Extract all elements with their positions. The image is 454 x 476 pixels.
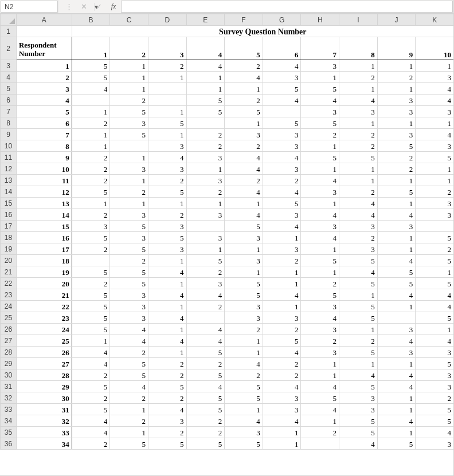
cell[interactable]: 4 — [416, 129, 453, 140]
cell[interactable]: 4 — [72, 427, 110, 438]
row-header[interactable]: 32 — [1, 392, 17, 404]
cell[interactable]: 4 — [377, 381, 416, 392]
cell[interactable]: 4 — [225, 358, 263, 369]
cell[interactable]: 5 — [416, 278, 453, 289]
cell[interactable]: 1 — [72, 129, 110, 140]
cell[interactable]: 5 — [72, 232, 110, 243]
cell[interactable]: 1 — [225, 266, 263, 278]
cell[interactable]: 2 — [225, 369, 263, 381]
respondent-number[interactable]: 13 — [16, 198, 72, 209]
cell[interactable]: 2 — [148, 369, 186, 381]
cell[interactable]: 1 — [225, 83, 263, 95]
cell[interactable]: 5 — [186, 369, 225, 381]
select-all-corner[interactable] — [1, 14, 17, 26]
row-header[interactable]: 36 — [1, 438, 17, 450]
cell[interactable]: 2 — [186, 129, 225, 140]
respondent-number[interactable]: 30 — [16, 392, 72, 404]
cell[interactable]: 5 — [72, 301, 110, 312]
cell[interactable]: 5 — [225, 106, 263, 117]
cell[interactable]: 3 — [377, 324, 416, 335]
col-header-A[interactable]: A — [16, 14, 72, 26]
cell[interactable]: 3 — [377, 347, 416, 358]
cell[interactable]: 5 — [148, 232, 186, 243]
cell[interactable]: 1 — [110, 83, 148, 95]
cell[interactable]: 3 — [301, 106, 339, 117]
cell[interactable]: 5 — [263, 335, 301, 347]
cell[interactable]: 4 — [186, 289, 225, 301]
question-header[interactable]: 6 — [263, 37, 301, 60]
row-header[interactable]: 17 — [1, 221, 17, 232]
cell[interactable]: 1 — [110, 72, 148, 83]
cell[interactable]: 1 — [110, 175, 148, 186]
cell[interactable]: 3 — [301, 301, 339, 312]
cell[interactable]: 5 — [110, 106, 148, 117]
cell[interactable]: 3 — [263, 243, 301, 255]
respondent-number[interactable]: 10 — [16, 163, 72, 175]
cell[interactable]: 1 — [301, 358, 339, 369]
cell[interactable] — [16, 26, 72, 37]
col-header-D[interactable]: D — [148, 14, 186, 26]
cell[interactable]: 2 — [416, 243, 453, 255]
cell[interactable]: 3 — [110, 301, 148, 312]
respondent-number[interactable]: 7 — [16, 129, 72, 140]
cell[interactable]: 1 — [72, 140, 110, 152]
cell[interactable]: 3 — [225, 427, 263, 438]
cell[interactable]: 3 — [148, 221, 186, 232]
cell[interactable]: 4 — [416, 83, 453, 95]
cell[interactable]: 1 — [301, 72, 339, 83]
cell[interactable]: 1 — [377, 83, 416, 95]
cell[interactable]: 2 — [110, 392, 148, 404]
cell[interactable]: 5 — [110, 369, 148, 381]
cell[interactable]: 2 — [186, 427, 225, 438]
cell[interactable]: 5 — [416, 152, 453, 163]
cell[interactable]: 1 — [339, 83, 378, 95]
cell[interactable]: 1 — [225, 117, 263, 129]
cell[interactable]: 1 — [225, 347, 263, 358]
row-header[interactable]: 30 — [1, 369, 17, 381]
cell[interactable]: 1 — [377, 60, 416, 72]
respondent-number[interactable]: 2 — [16, 72, 72, 83]
cell[interactable]: 1 — [72, 198, 110, 209]
cell[interactable]: 3 — [339, 392, 378, 404]
cell[interactable]: 1 — [377, 175, 416, 186]
cell[interactable]: 5 — [416, 232, 453, 243]
cell[interactable]: 4 — [339, 95, 378, 106]
cell[interactable]: 1 — [263, 266, 301, 278]
cell[interactable]: 2 — [186, 358, 225, 369]
cell[interactable]: 5 — [186, 95, 225, 106]
cell[interactable]: 3 — [263, 312, 301, 324]
cell[interactable]: 2 — [148, 209, 186, 221]
cell[interactable]: 1 — [377, 427, 416, 438]
cell[interactable]: 4 — [339, 438, 378, 450]
cell[interactable]: 3 — [301, 221, 339, 232]
cell[interactable]: 3 — [72, 221, 110, 232]
row-header[interactable]: 3 — [1, 60, 17, 72]
cell[interactable]: 4 — [416, 289, 453, 301]
cell[interactable]: 3 — [301, 347, 339, 358]
row-header[interactable]: 6 — [1, 95, 17, 106]
row-header[interactable]: 31 — [1, 381, 17, 392]
cell[interactable]: 4 — [110, 335, 148, 347]
cell[interactable] — [72, 255, 110, 266]
col-header-J[interactable]: J — [377, 14, 416, 26]
row-header[interactable]: 1 — [1, 26, 17, 37]
cell[interactable]: 2 — [186, 415, 225, 427]
cell[interactable] — [186, 117, 225, 129]
cell[interactable]: 5 — [339, 312, 378, 324]
cell[interactable]: 5 — [301, 255, 339, 266]
cell[interactable]: 1 — [148, 255, 186, 266]
cell[interactable]: 2 — [72, 175, 110, 186]
name-box[interactable]: ▾ — [1, 1, 58, 13]
cell[interactable]: 2 — [263, 369, 301, 381]
cell[interactable]: 4 — [186, 60, 225, 72]
cell[interactable]: 4 — [72, 358, 110, 369]
cell[interactable]: 1 — [416, 163, 453, 175]
cell[interactable]: 4 — [186, 324, 225, 335]
cell[interactable]: 3 — [225, 312, 263, 324]
cell[interactable]: 1 — [416, 324, 453, 335]
row-header[interactable]: 24 — [1, 301, 17, 312]
cell[interactable]: 2 — [377, 152, 416, 163]
cell[interactable] — [263, 106, 301, 117]
cell[interactable]: 3 — [186, 209, 225, 221]
cell[interactable]: 5 — [186, 438, 225, 450]
